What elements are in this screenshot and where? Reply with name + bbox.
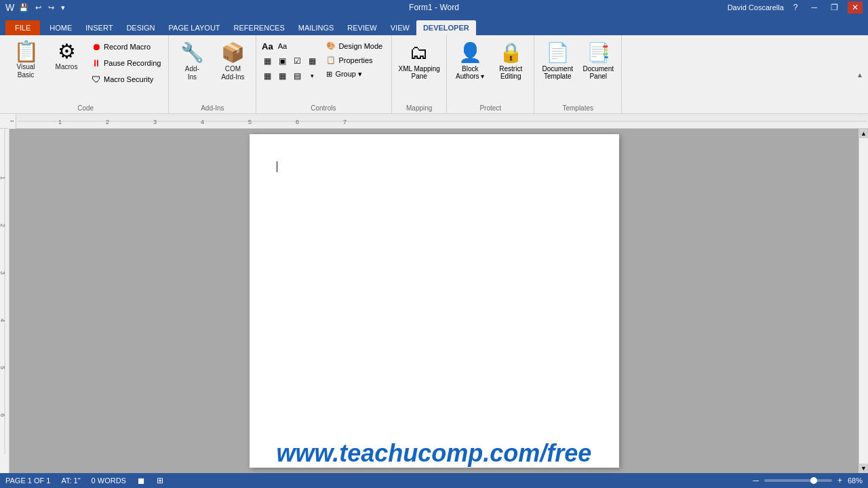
- ctrl-table3[interactable]: ▦: [305, 54, 319, 68]
- ctrl-aa-large[interactable]: Aa: [260, 39, 274, 53]
- group-mapping-label: Mapping: [396, 104, 442, 113]
- document-page[interactable]: [250, 134, 619, 468]
- com-add-ins-button[interactable]: 📦 COMAdd-Ins: [214, 38, 252, 85]
- zoom-thumb[interactable]: [810, 477, 817, 484]
- document-panel-label: DocumentPanel: [583, 65, 614, 80]
- status-bar: PAGE 1 OF 1 AT: 1" 0 WORDS ⏹ ⊞ ─ + 68%: [0, 473, 868, 488]
- title-bar-left: W 💾 ↩ ↪ ▾: [5, 2, 67, 13]
- com-add-ins-icon: 📦: [221, 41, 245, 64]
- zoom-out-button[interactable]: ─: [753, 476, 759, 485]
- group-button[interactable]: ⊞ Group ▾: [323, 68, 386, 81]
- svg-text:4: 4: [201, 119, 204, 125]
- group-controls: Aa Aa ▦ ▣ ☑ ▦ ▦ ▦ ▤ ▾ 🎨: [256, 35, 392, 113]
- tab-mailings[interactable]: MAILINGS: [292, 20, 341, 35]
- macro-security-button[interactable]: 🛡 Macro Security: [88, 72, 164, 87]
- vruler-svg: 1 2 3 4 5 6: [0, 129, 9, 454]
- pause-recording-label: Pause Recording: [104, 59, 161, 67]
- record-macro-button[interactable]: ⏺ Record Macro: [88, 39, 164, 54]
- scroll-up-button[interactable]: ▲: [859, 129, 869, 138]
- ctrl-list2[interactable]: ▦: [275, 69, 289, 83]
- ruler-corner: ↔: [9, 118, 15, 124]
- svg-text:5: 5: [0, 366, 6, 369]
- block-authors-icon: 👤: [458, 41, 482, 64]
- add-ins-icon: 🔧: [180, 41, 204, 64]
- scroll-down-button[interactable]: ▼: [859, 464, 869, 473]
- ctrl-list1[interactable]: ▦: [260, 69, 274, 83]
- ctrl-dropdown[interactable]: ▾: [305, 69, 319, 83]
- group-templates: 📄 DocumentTemplate 📑 DocumentPanel Templ…: [534, 35, 622, 113]
- svg-text:5: 5: [248, 119, 252, 125]
- document-panel-icon: 📑: [587, 41, 610, 64]
- minimize-button[interactable]: ─: [807, 1, 821, 14]
- code-small-buttons: ⏺ Record Macro ⏸ Pause Recording 🛡 Macro…: [88, 38, 164, 87]
- tab-home[interactable]: HOME: [43, 20, 79, 35]
- scroll-area[interactable]: [9, 129, 859, 473]
- group-icon: ⊞: [326, 70, 332, 79]
- ctrl-aa-small[interactable]: Aa: [275, 39, 289, 53]
- svg-text:6: 6: [296, 119, 299, 125]
- pause-recording-icon: ⏸: [92, 58, 101, 68]
- properties-icon: 📋: [326, 56, 336, 64]
- block-authors-label: BlockAuthors ▾: [456, 65, 484, 80]
- restrict-editing-label: RestrictEditing: [499, 65, 522, 80]
- design-mode-label: Design Mode: [338, 42, 382, 50]
- add-ins-button[interactable]: 🔧 Add-Ins: [173, 38, 211, 85]
- ctrl-check[interactable]: ☑: [290, 54, 304, 68]
- xml-mapping-button[interactable]: 🗂 XML MappingPane: [396, 38, 442, 85]
- macros-button[interactable]: ⚙ Macros: [47, 38, 85, 85]
- ruler-line: 1 2 3 4 5 6 7: [16, 114, 868, 128]
- qat-undo[interactable]: ↩: [33, 3, 43, 13]
- group-code: 📋 VisualBasic ⚙ Macros ⏺ Record Macro ⏸ …: [3, 35, 169, 113]
- restrict-editing-button[interactable]: 🔒 RestrictEditing: [492, 38, 530, 85]
- tab-page-layout[interactable]: PAGE LAYOUT: [162, 20, 227, 35]
- com-add-ins-label: COMAdd-Ins: [221, 65, 244, 81]
- svg-text:6: 6: [0, 413, 6, 417]
- tab-developer[interactable]: DEVELOPER: [416, 20, 476, 35]
- tab-insert[interactable]: INSERT: [79, 20, 119, 35]
- vertical-scrollbar[interactable]: ▲ ▼: [859, 129, 868, 473]
- tab-review[interactable]: REVIEW: [340, 20, 383, 35]
- close-button[interactable]: ✕: [848, 1, 863, 14]
- restrict-editing-icon: 🔒: [499, 41, 523, 64]
- qat-redo[interactable]: ↪: [46, 3, 56, 13]
- xml-mapping-label: XML MappingPane: [399, 65, 440, 80]
- document-template-label: DocumentTemplate: [542, 65, 573, 80]
- tab-references[interactable]: REFERENCES: [227, 20, 292, 35]
- tab-design[interactable]: DESIGN: [119, 20, 161, 35]
- qat-customize[interactable]: ▾: [59, 3, 67, 13]
- zoom-slider[interactable]: [764, 479, 832, 482]
- main-area: 1 2 3 4 5 6 ▲ ▼: [0, 129, 868, 473]
- ruler-svg: 1 2 3 4 5 6 7: [18, 115, 867, 128]
- xml-mapping-icon: 🗂: [410, 41, 429, 64]
- document-template-button[interactable]: 📄 DocumentTemplate: [538, 38, 576, 85]
- pause-recording-button[interactable]: ⏸ Pause Recording: [88, 56, 164, 70]
- svg-text:7: 7: [343, 119, 347, 125]
- document-template-icon: 📄: [546, 41, 570, 64]
- page-view-button[interactable]: ⊞: [157, 476, 163, 485]
- tab-view[interactable]: VIEW: [384, 20, 416, 35]
- ctrl-table1[interactable]: ▦: [260, 54, 274, 68]
- text-cursor: [277, 161, 277, 172]
- ctrl-list3[interactable]: ▤: [290, 69, 304, 83]
- visual-basic-icon: 📋: [14, 41, 39, 62]
- group-templates-content: 📄 DocumentTemplate 📑 DocumentPanel: [538, 38, 617, 104]
- restore-button[interactable]: ❐: [827, 1, 842, 14]
- group-addins-content: 🔧 Add-Ins 📦 COMAdd-Ins: [173, 38, 252, 104]
- design-mode-button[interactable]: 🎨 Design Mode: [323, 39, 386, 52]
- svg-text:2: 2: [106, 119, 109, 125]
- status-right: ─ + 68%: [753, 476, 863, 485]
- group-code-content: 📋 VisualBasic ⚙ Macros ⏺ Record Macro ⏸ …: [7, 38, 164, 104]
- qat-save[interactable]: 💾: [17, 3, 31, 13]
- help-button[interactable]: ?: [789, 1, 802, 14]
- zoom-in-button[interactable]: +: [837, 476, 842, 485]
- svg-text:4: 4: [0, 319, 6, 322]
- properties-button[interactable]: 📋 Properties: [323, 54, 386, 66]
- block-authors-button[interactable]: 👤 BlockAuthors ▾: [451, 38, 489, 85]
- collapse-ribbon-button[interactable]: ▲: [854, 35, 865, 114]
- ctrl-table2[interactable]: ▣: [275, 54, 289, 68]
- group-addins: 🔧 Add-Ins 📦 COMAdd-Ins Add-Ins: [169, 35, 256, 113]
- tab-file[interactable]: FILE: [5, 20, 40, 35]
- visual-basic-button[interactable]: 📋 VisualBasic: [7, 38, 45, 85]
- record-macro-label: Record Macro: [104, 43, 151, 51]
- document-panel-button[interactable]: 📑 DocumentPanel: [579, 38, 617, 85]
